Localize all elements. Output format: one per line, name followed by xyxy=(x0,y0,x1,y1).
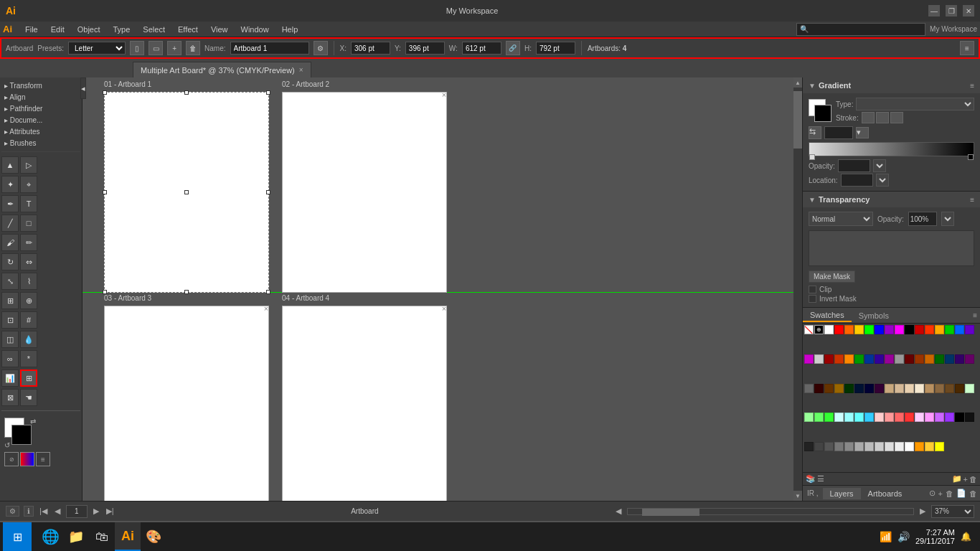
swatch-cell[interactable] xyxy=(925,384,934,393)
handle-br[interactable] xyxy=(266,290,270,294)
swatch-cell[interactable] xyxy=(905,442,914,451)
swatch-cell[interactable] xyxy=(844,442,854,451)
menu-file[interactable]: File xyxy=(19,24,44,35)
artboard-3-close[interactable]: × xyxy=(262,304,270,313)
blending-mode-dropdown[interactable]: Normal xyxy=(809,212,873,226)
delete-artboard-btn[interactable]: 🗑 xyxy=(186,41,200,55)
gradient-bg-swatch[interactable] xyxy=(814,105,831,122)
next-artboard-btn[interactable]: ▶| xyxy=(105,507,116,516)
swatch-cell[interactable] xyxy=(965,384,974,393)
swatch-cell[interactable] xyxy=(864,354,874,364)
swatch-cell[interactable] xyxy=(854,384,864,393)
pattern-mode-btn[interactable]: ≡ xyxy=(36,452,50,466)
swatch-cell[interactable] xyxy=(834,442,844,451)
artboard-name-input[interactable] xyxy=(230,42,309,55)
handle-mr[interactable] xyxy=(266,190,270,194)
scroll-down-btn[interactable]: ▼ xyxy=(793,491,802,501)
transparency-options-btn[interactable]: ≡ xyxy=(970,196,974,204)
type-tool[interactable]: T xyxy=(20,195,37,212)
swatch-cell[interactable] xyxy=(824,325,834,334)
swatch-cell[interactable] xyxy=(834,413,844,422)
slice-tool[interactable]: ⊠ xyxy=(1,389,19,406)
swatch-cell[interactable] xyxy=(945,354,954,364)
rect-tool[interactable]: □ xyxy=(20,215,37,232)
location-input[interactable] xyxy=(841,174,873,187)
menu-select[interactable]: Select xyxy=(137,24,171,35)
canvas-area[interactable]: 01 - Artboard 1 02 - Art xyxy=(83,77,802,501)
fill-none-btn[interactable]: ⊘ xyxy=(4,452,19,466)
swatch-cell[interactable] xyxy=(945,325,954,334)
swatch-cell[interactable] xyxy=(824,442,834,451)
gradient-panel-header[interactable]: ▼ Gradient ≡ xyxy=(803,77,980,93)
gradient-type-dropdown[interactable] xyxy=(856,98,974,110)
panel-attributes[interactable]: ▸ Attributes xyxy=(1,126,80,137)
gradient-preview-bar[interactable] xyxy=(809,142,974,156)
gradient-tool[interactable]: ◫ xyxy=(1,331,19,348)
swatch-cell[interactable] xyxy=(824,354,834,364)
swatch-cell[interactable] xyxy=(854,354,864,364)
swatch-cell[interactable] xyxy=(895,354,904,364)
y-input[interactable] xyxy=(405,42,445,55)
prev-artboard-btn[interactable]: |◀ xyxy=(38,507,49,516)
menu-window[interactable]: Window xyxy=(235,24,275,35)
clip-checkbox[interactable] xyxy=(809,286,816,293)
artboard-2-close[interactable]: × xyxy=(440,90,448,99)
taskbar-photoshop[interactable]: 🎨 xyxy=(141,522,166,551)
artboards-tab[interactable]: Artboards xyxy=(861,488,910,499)
swatch-cell[interactable] xyxy=(885,325,894,334)
column-graph-tool[interactable]: 📊 xyxy=(1,369,19,387)
swatch-cell[interactable] xyxy=(905,384,914,393)
swatches-options-btn[interactable]: ≡ xyxy=(973,311,980,319)
menu-help[interactable]: Help xyxy=(276,24,304,35)
pen-tool[interactable]: ✒ xyxy=(1,195,19,212)
gradient-mode-btn[interactable] xyxy=(20,452,34,466)
make-sublayer-btn[interactable]: + xyxy=(938,489,943,498)
swatch-cell[interactable] xyxy=(864,325,874,334)
swatch-cell[interactable] xyxy=(885,442,894,451)
eyedropper-tool[interactable]: 💧 xyxy=(20,331,37,348)
sidebar-collapse-btn[interactable]: ◂ xyxy=(80,77,86,99)
swatch-library-btn[interactable]: 📚 xyxy=(806,474,816,484)
shapebuilder-tool[interactable]: ⊕ xyxy=(20,292,37,309)
h-scrollbar[interactable] xyxy=(627,508,914,515)
swatch-cell[interactable] xyxy=(955,325,964,334)
swatch-cell[interactable] xyxy=(834,384,844,393)
swatch-cell[interactable] xyxy=(844,384,854,393)
opacity-dropdown[interactable]: ▾ xyxy=(873,159,886,172)
lasso-tool[interactable]: ⌖ xyxy=(20,176,37,193)
new-color-group-btn[interactable]: 📁 xyxy=(952,474,962,484)
swatch-cell[interactable] xyxy=(945,413,954,422)
start-button[interactable]: ⊞ xyxy=(3,522,32,551)
reset-colors-btn[interactable]: ↺ xyxy=(4,441,10,449)
new-artboard-btn[interactable]: + xyxy=(167,41,182,55)
menu-type[interactable]: Type xyxy=(108,24,136,35)
invert-checkbox[interactable] xyxy=(809,295,816,303)
swatch-cell[interactable] xyxy=(875,442,884,451)
rotate-tool[interactable]: ↻ xyxy=(1,253,19,270)
swatches-tab[interactable]: Swatches xyxy=(803,309,852,322)
swatch-cell[interactable] xyxy=(854,413,864,422)
h-scroll-thumb[interactable] xyxy=(642,509,699,516)
swatch-cell[interactable] xyxy=(814,442,824,451)
layer-menu-btn[interactable]: 🗑 xyxy=(946,489,953,498)
gradient-stop-left[interactable] xyxy=(809,154,815,160)
opacity-dropdown-trans[interactable]: ▾ xyxy=(941,212,954,226)
swatch-cell[interactable] xyxy=(804,384,814,393)
swatch-cell[interactable] xyxy=(824,413,834,422)
w-input[interactable] xyxy=(462,42,501,55)
swatch-cell[interactable] xyxy=(915,442,924,451)
scale-tool[interactable]: ⤡ xyxy=(1,273,19,290)
swatch-cell[interactable] xyxy=(965,325,974,334)
swatch-cell[interactable] xyxy=(844,354,854,364)
panel-options-btn[interactable]: ≡ xyxy=(960,41,974,55)
h-input[interactable] xyxy=(536,42,575,55)
x-input[interactable] xyxy=(351,42,390,55)
artboard-settings-btn[interactable]: ⚙ xyxy=(314,41,328,55)
free-transform-tool[interactable]: ⊞ xyxy=(1,292,19,309)
handle-tl[interactable] xyxy=(103,90,107,95)
stroke-opt3[interactable] xyxy=(890,112,903,123)
swatch-cell[interactable] xyxy=(915,354,924,364)
swatch-cell[interactable] xyxy=(875,325,884,334)
document-tab[interactable]: Multiple Art Board* @ 37% (CMYK/Preview)… xyxy=(133,62,311,77)
zoom-dropdown[interactable]: 37% xyxy=(931,505,974,518)
